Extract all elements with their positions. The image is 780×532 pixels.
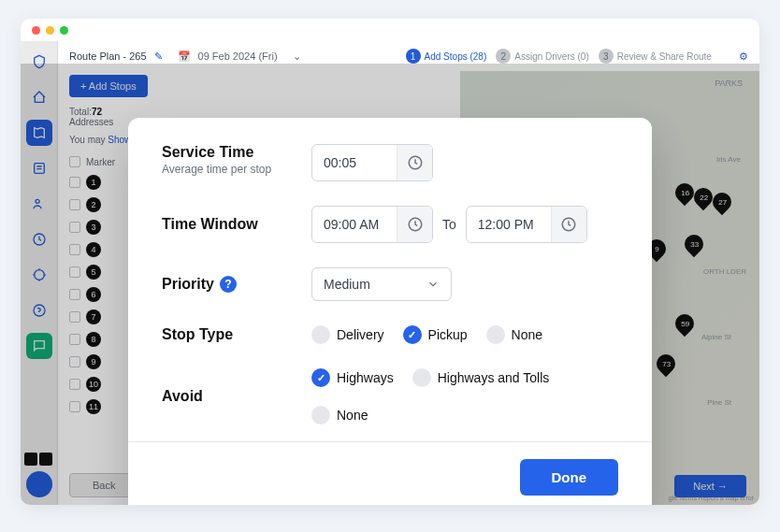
time-to-field[interactable] — [467, 217, 551, 232]
radio-circle[interactable] — [486, 325, 505, 344]
stop-type-option[interactable]: None — [486, 325, 542, 344]
stop-type-radio-group: DeliveryPickupNone — [311, 325, 542, 344]
step-badge[interactable]: 3 — [599, 49, 614, 64]
service-time-input[interactable] — [311, 144, 433, 181]
radio-circle[interactable] — [311, 325, 330, 344]
divider — [128, 441, 652, 442]
stop-type-option[interactable]: Delivery — [311, 325, 384, 344]
window-minimize-button[interactable] — [46, 26, 54, 35]
step-label[interactable]: Review & Share Route — [617, 51, 712, 62]
edit-icon[interactable]: ✎ — [154, 50, 163, 63]
service-time-sub: Average time per stop — [162, 163, 311, 176]
time-window-label: Time Window — [162, 216, 311, 233]
avoid-option[interactable]: Highways and Tolls — [412, 368, 550, 387]
time-from-field[interactable] — [312, 217, 397, 232]
service-time-field[interactable] — [312, 155, 397, 170]
app-window: Route Plan - 265 ✎ 📅 09 Feb 2024 (Fri) ⌄… — [21, 19, 759, 505]
date-label[interactable]: 09 Feb 2024 (Fri) — [198, 50, 278, 62]
radio-circle[interactable] — [403, 325, 422, 344]
mac-titlebar — [21, 19, 759, 41]
done-button[interactable]: Done — [520, 459, 619, 496]
to-label: To — [442, 217, 456, 232]
radio-label: Highways — [337, 370, 394, 385]
priority-help-icon[interactable]: ? — [220, 276, 237, 293]
time-window-from-input[interactable] — [311, 206, 433, 243]
steps-nav: 1Add Stops (28)2Assign Drivers (0)3Revie… — [400, 49, 712, 64]
step-badge[interactable]: 1 — [406, 49, 421, 64]
time-window-to-input[interactable] — [466, 206, 587, 243]
radio-label: Pickup — [428, 327, 468, 342]
priority-value: Medium — [324, 277, 370, 292]
step-label[interactable]: Assign Drivers (0) — [514, 51, 588, 62]
clock-icon[interactable] — [397, 145, 432, 180]
radio-circle[interactable] — [311, 368, 330, 387]
radio-label: None — [512, 327, 542, 342]
modal-overlay: Service Time Average time per stop Time … — [21, 64, 759, 505]
window-close-button[interactable] — [32, 26, 40, 35]
clock-icon[interactable] — [397, 207, 432, 242]
radio-label: None — [337, 408, 368, 423]
radio-circle[interactable] — [412, 368, 431, 387]
stop-type-label: Stop Type — [162, 326, 311, 343]
avoid-label: Avoid — [162, 388, 311, 405]
avoid-radio-group: HighwaysHighways and TollsNone — [311, 368, 618, 424]
clock-icon[interactable] — [551, 207, 586, 242]
radio-label: Highways and Tolls — [438, 370, 550, 385]
stop-type-option[interactable]: Pickup — [403, 325, 468, 344]
radio-label: Delivery — [337, 327, 384, 342]
avoid-option[interactable]: Highways — [311, 368, 394, 387]
window-maximize-button[interactable] — [60, 26, 68, 35]
priority-label: Priority — [162, 276, 214, 293]
step-label[interactable]: Add Stops (28) — [425, 51, 487, 62]
chevron-down-icon — [426, 278, 440, 291]
step-badge[interactable]: 2 — [496, 49, 511, 64]
stop-settings-modal: Service Time Average time per stop Time … — [128, 118, 652, 505]
avoid-option[interactable]: None — [311, 406, 368, 424]
settings-icon[interactable]: ⚙ — [739, 50, 748, 63]
service-time-label: Service Time — [162, 144, 311, 161]
route-plan-title: Route Plan - 265 — [69, 50, 147, 62]
priority-select[interactable]: Medium — [311, 267, 452, 301]
radio-circle[interactable] — [311, 406, 330, 424]
